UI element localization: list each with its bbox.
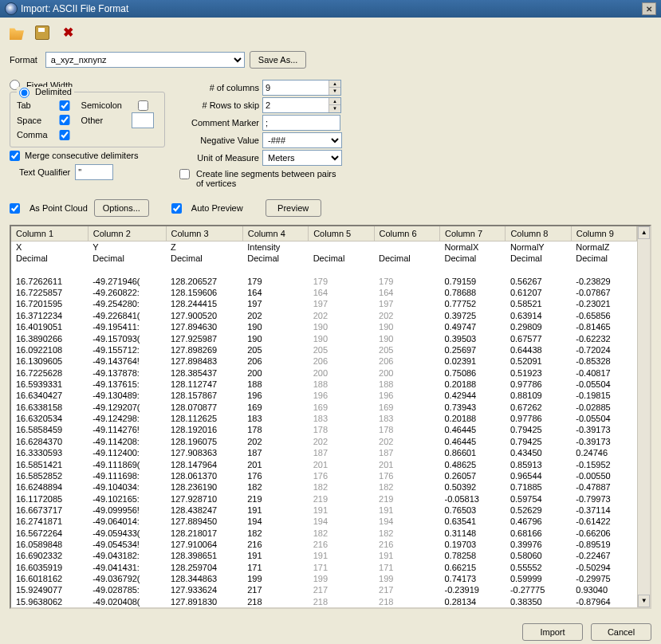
num-columns-spinner[interactable]: ▲▼	[262, 80, 341, 96]
table-row: 16.5672264-49.059433(128.218017182182182…	[11, 527, 637, 538]
space-label: Space	[17, 116, 51, 125]
text-qualifier-input[interactable]	[75, 164, 113, 180]
table-row: 15.9638062-49.020408(127.891830218218218…	[11, 596, 637, 607]
negative-value-select[interactable]: -###	[262, 132, 342, 148]
point-cloud-label: As Point Cloud	[30, 203, 88, 213]
cancel-button[interactable]: Cancel	[591, 623, 651, 641]
point-cloud-checkbox[interactable]	[10, 203, 20, 214]
tab-checkbox[interactable]	[57, 100, 72, 111]
table-row: 16.4019051-49.195411:127.894630190190190…	[11, 321, 637, 332]
vertical-scrollbar[interactable]: ▲ ▼	[637, 226, 650, 607]
table-row: 16.6320534-49.124298:128.112625183183183…	[11, 413, 637, 424]
column-header[interactable]: Column 1	[11, 226, 88, 242]
preview-grid: Column 1Column 2Column 3Column 4Column 5…	[10, 225, 651, 609]
line-segments-label: Create line segments between pairs of ve…	[196, 169, 339, 188]
table-row: 16.6340427-49.130489:128.157867196196196…	[11, 390, 637, 401]
table-row: 16.3330593-49.112400:127.908363187187187…	[11, 447, 637, 458]
other-input[interactable]	[132, 112, 154, 128]
save-icon[interactable]	[35, 26, 49, 40]
table-row: 16.7225857-49.260822:128.159606164164164…	[11, 287, 637, 298]
table-row: 16.1172085-49.102165:127.928710219219219…	[11, 493, 637, 504]
merge-checkbox[interactable]	[10, 151, 20, 161]
delete-icon[interactable]: ✖	[61, 26, 75, 40]
format-select[interactable]: a_xyz_nxnynz	[45, 52, 245, 68]
format-label: Format	[10, 55, 37, 65]
delimited-radio[interactable]	[19, 88, 30, 98]
table-row: 16.7201595-49.254280:128.244415197197197…	[11, 298, 637, 309]
other-label: Other	[81, 116, 126, 125]
auto-preview-label: Auto Preview	[191, 203, 243, 213]
table-row: 16.1309605-49.143764!127.898483206206206…	[11, 355, 637, 367]
table-row: 16.6035919-49.041431:128.259704171171171…	[11, 562, 637, 573]
semicolon-label: Semicolon	[81, 100, 126, 110]
scroll-up-icon[interactable]: ▲	[638, 226, 650, 239]
table-row: 16.6902332-49.043182:128.398651191191191…	[11, 550, 637, 561]
table-row: 16.7262611-49.271946(128.206527179179179…	[11, 276, 637, 287]
table-row: 16.6284370-49.114208:128.196075202202202…	[11, 436, 637, 447]
table-row: 16.5852852-49.111698:128.061370176176176…	[11, 470, 637, 481]
column-header[interactable]: Column 6	[374, 226, 439, 242]
unit-measure-select[interactable]: Meters	[262, 150, 342, 166]
table-row: 16.3890266-49.157093(127.925987190190190…	[11, 332, 637, 344]
rows-skip-spinner[interactable]: ▲▼	[262, 97, 341, 113]
negative-value-label: Negative Value	[179, 135, 259, 145]
toolbar: ✖	[0, 18, 661, 45]
semicolon-checkbox[interactable]	[132, 100, 155, 111]
table-row: 16.0922108-49.155712:127.898269205205205…	[11, 344, 637, 355]
column-header[interactable]: Column 5	[309, 226, 374, 242]
space-checkbox[interactable]	[57, 115, 72, 125]
table-row: 16.5851421-49.111869(128.147964201201201…	[11, 458, 637, 469]
line-segments-checkbox[interactable]	[179, 169, 190, 179]
table-row: XYZIntensityNormalXNormalYNormalZ	[11, 242, 637, 253]
text-qualifier-label: Text Qualifier	[19, 167, 70, 177]
unit-measure-label: Unit of Measure	[179, 153, 259, 163]
table-row: 16.0589848-49.054534!127.910064216216216…	[11, 539, 637, 550]
column-header[interactable]: Column 7	[439, 226, 505, 242]
table-row: 16.3712234-49.226841(127.900520202202202…	[11, 310, 637, 321]
titlebar: Import: ASCII File Format ✕	[0, 0, 661, 18]
column-header[interactable]: Column 4	[242, 226, 308, 242]
preview-button[interactable]: Preview	[266, 199, 321, 217]
table-row: 16.6018162-49.036792(128.344863199199199…	[11, 573, 637, 584]
comma-checkbox[interactable]	[57, 130, 72, 140]
table-row: 16.6673717-49.099956!128.438247191191191…	[11, 505, 637, 516]
app-icon	[5, 2, 18, 15]
window-title: Import: ASCII File Format	[21, 3, 128, 14]
comment-marker-label: Comment Marker	[179, 118, 259, 128]
table-row: 16.2741871-49.064014:127.889450194194194…	[11, 516, 637, 527]
table-row: 16.5858459-49.114276!128.192016178178178…	[11, 424, 637, 435]
table-row: DecimalDecimalDecimalDecimalDecimalDecim…	[11, 253, 637, 264]
column-header[interactable]: Column 3	[166, 226, 242, 242]
column-header[interactable]: Column 9	[571, 226, 637, 242]
table-row: 16.6248894-49.104034:128.236190182182182…	[11, 481, 637, 493]
tab-label: Tab	[17, 100, 51, 110]
table-row: 16.7225628-49.137878:128.385437200200200…	[11, 367, 637, 378]
column-header[interactable]: Column 8	[506, 226, 571, 242]
column-header[interactable]: Column 2	[88, 226, 166, 242]
table-row	[11, 264, 637, 275]
options-button[interactable]: Options...	[94, 199, 149, 217]
table-row: 15.9249077-49.028785:127.933624217217217…	[11, 584, 637, 595]
import-button[interactable]: Import	[522, 623, 583, 641]
comma-label: Comma	[17, 130, 51, 139]
scroll-down-icon[interactable]: ▼	[638, 595, 650, 607]
save-as-button[interactable]: Save As...	[250, 51, 307, 69]
delimited-label: Delimited	[35, 87, 72, 96]
open-icon[interactable]	[10, 26, 24, 40]
comment-marker-input[interactable]	[262, 115, 340, 131]
merge-label: Merge consecutive delimiters	[25, 151, 138, 160]
close-button[interactable]: ✕	[642, 2, 656, 15]
rows-skip-label: # Rows to skip	[179, 100, 259, 110]
table-row: 16.6338158-49.129207(128.070877169169169…	[11, 402, 637, 413]
num-columns-label: # of columns	[179, 83, 259, 92]
auto-preview-checkbox[interactable]	[171, 203, 182, 214]
table-row: 16.5939331-49.137615:128.112747188188188…	[11, 379, 637, 390]
